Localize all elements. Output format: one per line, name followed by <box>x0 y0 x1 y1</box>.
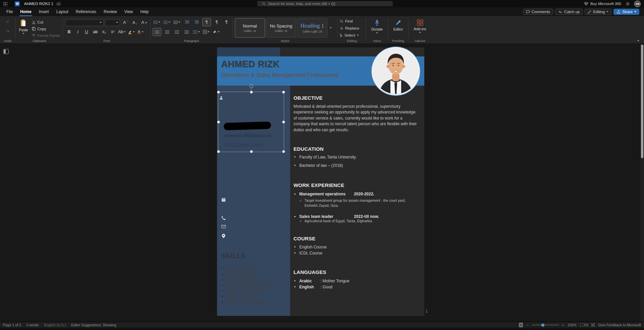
zoom-level[interactable]: 100% <box>568 323 577 327</box>
undo-icon[interactable]: ↶ <box>4 18 12 26</box>
document-page[interactable]: AHMED RIZK Operations & Sales Management… <box>217 47 424 316</box>
resize-handle[interactable] <box>250 91 253 94</box>
superscript-button[interactable]: X² <box>109 28 117 36</box>
feedback-link[interactable]: Give Feedback to Microsoft <box>598 323 641 327</box>
resize-handle[interactable] <box>282 91 285 94</box>
microphone-icon <box>375 19 379 26</box>
grow-font-button[interactable]: A^ <box>121 19 129 26</box>
document-title[interactable]: AHMED RIZK2 1 <box>24 2 53 6</box>
resize-handle[interactable] <box>250 150 253 153</box>
zoom-slider-thumb[interactable] <box>541 324 544 327</box>
catch-up-button[interactable]: Catch up <box>555 9 583 15</box>
account-avatar[interactable]: AM <box>634 1 641 7</box>
numbering-button[interactable] <box>163 18 171 26</box>
subscript-button[interactable]: X₂ <box>100 28 108 36</box>
change-case-button[interactable]: Ab <box>117 28 126 36</box>
editor-button[interactable]: Editor <box>390 18 406 31</box>
zoom-in-button[interactable]: + <box>562 323 564 327</box>
tab-review[interactable]: Review <box>100 7 120 16</box>
tab-insert[interactable]: Insert <box>35 7 53 16</box>
tab-view[interactable]: View <box>120 7 137 16</box>
resize-handle[interactable] <box>282 150 285 153</box>
redo-icon[interactable]: ↷ <box>4 28 12 35</box>
underline-button[interactable]: U <box>83 28 91 36</box>
status-bar: Page 1 of 2 0 words English (U.S.) Edito… <box>0 322 644 328</box>
language-status[interactable]: English (U.S.) <box>44 323 66 327</box>
editor-suggestions-status[interactable]: Editor Suggestions: Showing <box>71 323 116 327</box>
justify-button[interactable] <box>182 28 191 36</box>
tab-home[interactable]: Home <box>16 7 35 16</box>
scrollbar-thumb[interactable] <box>641 45 643 158</box>
education-item: •Faculty of Law, Tanta University. <box>294 155 357 159</box>
rotate-handle[interactable] <box>250 84 253 88</box>
settings-gear-icon[interactable] <box>626 2 630 6</box>
shading-button[interactable] <box>212 28 220 36</box>
vertical-scrollbar[interactable] <box>640 44 644 322</box>
collapse-ribbon-icon[interactable] <box>637 40 639 41</box>
app-launcher-icon[interactable] <box>3 2 7 6</box>
search-input[interactable]: Search for tools, help, and more (Alt + … <box>257 1 393 6</box>
resize-handle[interactable] <box>217 121 220 124</box>
align-left-button[interactable] <box>153 28 161 36</box>
style-no-spacing[interactable]: No Spacing Calibri, 11 <box>266 18 296 38</box>
decrease-indent-icon <box>185 20 189 24</box>
addins-button[interactable]: Add-ins <box>411 18 429 33</box>
word-count-status[interactable]: 0 words <box>26 323 39 327</box>
addins-grid-icon <box>417 19 423 26</box>
resize-handle[interactable] <box>217 150 220 153</box>
fit-icon <box>580 323 583 327</box>
shrink-font-button[interactable]: Av <box>131 19 139 26</box>
multilevel-list-button[interactable] <box>173 18 181 26</box>
navigation-pane-toggle[interactable] <box>3 49 9 54</box>
focus-mode-icon[interactable] <box>591 323 595 327</box>
zoom-out-button[interactable]: − <box>526 323 528 327</box>
tab-references[interactable]: References <box>72 7 100 16</box>
styles-gallery-chevron-icon[interactable] <box>330 27 332 29</box>
line-spacing-button[interactable] <box>192 28 201 36</box>
font-name-combo[interactable] <box>65 19 104 26</box>
buy-microsoft365-button[interactable]: Buy Microsoft 365 <box>584 2 621 6</box>
tab-help[interactable]: Help <box>137 7 152 16</box>
print-layout-view-button[interactable] <box>519 323 523 327</box>
copy-button[interactable]: Copy <box>32 26 60 32</box>
rtl-direction-button[interactable]: ¶ <box>213 18 221 26</box>
tab-file[interactable]: File <box>3 7 16 16</box>
resize-handle[interactable] <box>217 91 220 94</box>
style-heading1[interactable]: Heading 1 Calibri Light, 20 <box>297 18 327 38</box>
zoom-slider[interactable] <box>532 325 559 325</box>
bullets-button[interactable] <box>153 18 161 26</box>
italic-button[interactable]: I <box>74 28 82 36</box>
share-button[interactable]: Share <box>613 9 639 15</box>
borders-button[interactable] <box>202 28 210 36</box>
resize-handle[interactable] <box>282 121 285 124</box>
paste-button[interactable]: Paste <box>18 18 29 39</box>
comment-icon <box>526 10 530 14</box>
style-name: Heading 1 <box>301 22 324 29</box>
format-painter-button[interactable]: Format Painter <box>32 33 60 39</box>
show-marks-button[interactable]: ¶ <box>222 18 230 26</box>
font-size-combo[interactable] <box>105 19 120 26</box>
style-normal[interactable]: Normal Calibri, 11 <box>235 18 265 38</box>
tab-layout[interactable]: Layout <box>53 7 72 16</box>
decrease-indent-button[interactable] <box>183 18 191 26</box>
bold-button[interactable]: B <box>65 28 73 36</box>
page-count-status[interactable]: Page 1 of 2 <box>3 323 21 327</box>
font-color-button[interactable]: A <box>136 28 144 36</box>
align-right-button[interactable] <box>173 28 181 36</box>
profile-photo[interactable] <box>373 48 419 94</box>
strikethrough-button[interactable]: ab <box>91 28 99 36</box>
increase-indent-button[interactable] <box>193 18 201 26</box>
clear-formatting-button[interactable]: A <box>140 19 148 26</box>
word-logo[interactable]: W <box>15 1 20 6</box>
editing-mode-button[interactable]: Editing <box>585 9 611 15</box>
comments-button[interactable]: Comments <box>523 9 553 15</box>
zoom-to-fit-button[interactable]: Fit <box>580 323 588 327</box>
align-center-button[interactable] <box>163 28 171 36</box>
select-button[interactable]: Select <box>340 32 364 38</box>
replace-button[interactable]: Replace <box>340 25 364 31</box>
cut-button[interactable]: Cut <box>32 19 60 25</box>
text-highlight-button[interactable] <box>127 28 136 36</box>
dictate-button[interactable]: Dictate <box>368 18 386 34</box>
ltr-direction-button[interactable]: ¶ <box>202 18 211 26</box>
find-button[interactable]: Find <box>340 18 364 24</box>
